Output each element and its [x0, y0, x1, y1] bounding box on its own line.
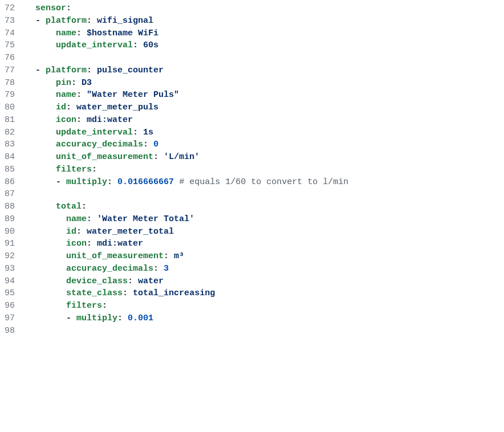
line-number: 73 — [0, 15, 25, 27]
code-block: 72 sensor:73 - platform: wifi_signal74 n… — [0, 0, 504, 343]
line-number: 78 — [0, 77, 25, 89]
code-line: sensor: — [25, 2, 504, 15]
code-line: unit_of_measurement: m³ — [25, 250, 504, 263]
line-number: 85 — [0, 164, 25, 176]
code-line: - multiply: 0.016666667 # equals 1/60 to… — [25, 176, 504, 189]
code-line: icon: mdi:water — [25, 238, 504, 250]
code-line: name: 'Water Meter Total' — [25, 213, 504, 226]
code-line: - multiply: 0.001 — [25, 312, 504, 325]
line-number: 75 — [0, 39, 25, 52]
line-number: 83 — [0, 138, 25, 151]
code-line: update_interval: 1s — [25, 127, 504, 139]
line-number: 94 — [0, 275, 25, 288]
line-number: 88 — [0, 201, 25, 213]
code-line — [25, 52, 504, 64]
code-line: device_class: water — [25, 275, 504, 288]
line-number: 80 — [0, 101, 25, 114]
code-line: filters: — [25, 164, 504, 176]
code-line: accuracy_decimals: 0 — [25, 138, 504, 151]
code-line: total: — [25, 201, 504, 213]
code-line: id: water_meter_puls — [25, 101, 504, 114]
code-line: state_class: total_increasing — [25, 287, 504, 300]
code-line: update_interval: 60s — [25, 39, 504, 52]
line-number: 79 — [0, 89, 25, 101]
line-number: 91 — [0, 238, 25, 250]
line-number: 84 — [0, 151, 25, 164]
line-number: 98 — [0, 325, 25, 337]
code-line — [25, 325, 504, 337]
line-number: 90 — [0, 226, 25, 238]
code-line: icon: mdi:water — [25, 114, 504, 127]
line-number: 77 — [0, 64, 25, 77]
code-line: name: "Water Meter Puls" — [25, 89, 504, 101]
code-line: filters: — [25, 300, 504, 312]
line-number: 74 — [0, 27, 25, 40]
code-line — [25, 188, 504, 201]
code-line: accuracy_decimals: 3 — [25, 263, 504, 275]
line-number: 86 — [0, 176, 25, 189]
line-number: 97 — [0, 312, 25, 325]
line-number: 82 — [0, 127, 25, 139]
line-number: 96 — [0, 300, 25, 312]
code-line: id: water_meter_total — [25, 226, 504, 238]
line-number: 93 — [0, 263, 25, 275]
line-number: 72 — [0, 2, 25, 15]
line-number: 95 — [0, 287, 25, 300]
line-number: 81 — [0, 114, 25, 127]
code-line: name: $hostname WiFi — [25, 27, 504, 40]
code-line: - platform: wifi_signal — [25, 15, 504, 27]
line-number: 87 — [0, 188, 25, 201]
line-number: 89 — [0, 213, 25, 226]
code-line: pin: D3 — [25, 77, 504, 89]
code-line: - platform: pulse_counter — [25, 64, 504, 77]
code-line: unit_of_measurement: 'L/min' — [25, 151, 504, 164]
line-number: 92 — [0, 250, 25, 263]
line-number: 76 — [0, 52, 25, 64]
